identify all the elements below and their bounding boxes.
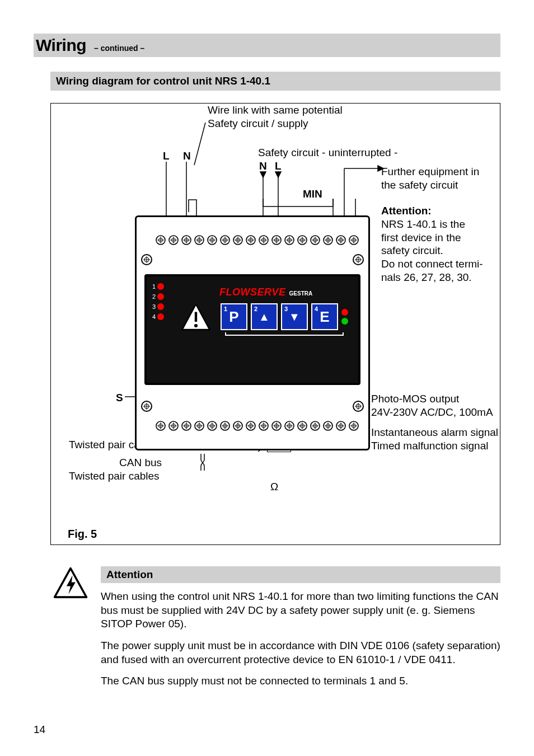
led-4: 4 [152, 313, 164, 320]
led-2: 2 [152, 293, 164, 300]
terminal-screw [259, 235, 269, 245]
screw-icon [141, 401, 152, 412]
continued-label: – continued – [94, 44, 144, 53]
attention-block: Attention When using the control unit NR… [50, 566, 500, 696]
led-1: 1 [152, 283, 164, 290]
terminal-screw [207, 421, 217, 431]
terminal-screw [297, 421, 307, 431]
led-column: 1 2 3 4 [152, 283, 164, 320]
button-E[interactable]: 4E [311, 303, 338, 330]
terminal-screw [271, 421, 282, 431]
screw-icon [353, 401, 364, 412]
terminal-screw [310, 421, 320, 431]
status-leds [341, 309, 348, 325]
terminal-screw [271, 235, 282, 245]
figure-label: Fig. 5 [68, 527, 97, 541]
svg-marker-5 [260, 172, 266, 177]
section-header: Wiring – continued – [34, 34, 500, 57]
svg-marker-6 [275, 172, 281, 177]
button-P[interactable]: 1P [221, 303, 247, 330]
attention-content: Attention When using the control unit NR… [101, 566, 500, 696]
terminal-screw [220, 421, 230, 431]
section-title: Wiring [36, 36, 86, 55]
control-unit-device: 1 2 3 4 FLOWSERVEGESTRA 1P 2▲ 3▼ 4E [135, 215, 370, 450]
terminal-screw [233, 421, 243, 431]
hazard-icon [50, 566, 91, 696]
terminal-screw [297, 235, 307, 245]
attention-heading: Attention [101, 566, 500, 583]
button-row: 1P 2▲ 3▼ 4E [221, 303, 348, 330]
terminal-screw [156, 421, 166, 431]
subheading: Wiring diagram for control unit NRS 1-40… [50, 72, 500, 91]
terminal-screw [233, 235, 243, 245]
attention-p2: The power supply unit must be in accorda… [101, 639, 500, 666]
terminal-screw [246, 421, 256, 431]
terminal-screw [336, 421, 346, 431]
terminal-screw [168, 421, 179, 431]
attention-p1: When using the control unit NRS 1-40.1 f… [101, 590, 500, 631]
terminal-screw [323, 235, 333, 245]
terminal-screw [194, 235, 204, 245]
brand-logo: FLOWSERVEGESTRA [219, 287, 312, 298]
terminal-screw [284, 235, 294, 245]
svg-marker-11 [378, 166, 383, 171]
attention-p3: The CAN bus supply must not be connected… [101, 674, 500, 688]
terminal-screw [168, 235, 179, 245]
terminal-screw [349, 421, 359, 431]
page-number: 14 [34, 724, 45, 736]
terminal-screw [323, 421, 333, 431]
terminal-screw [284, 421, 294, 431]
terminal-screw [207, 235, 217, 245]
button-up[interactable]: 2▲ [251, 303, 278, 330]
screw-icon [141, 254, 152, 265]
terminal-screw [336, 235, 346, 245]
button-down[interactable]: 3▼ [281, 303, 308, 330]
terminal-screw [349, 235, 359, 245]
terminal-screw [194, 421, 204, 431]
screw-icon [353, 254, 364, 265]
twisted-pair-icon [198, 454, 208, 471]
terminal-screw [310, 235, 320, 245]
terminal-row-bottom [156, 421, 359, 431]
terminal-screw [181, 235, 191, 245]
terminal-screw [220, 235, 230, 245]
terminal-screw [259, 421, 269, 431]
terminal-screw [181, 421, 191, 431]
wiring-diagram: Wire link with same potential Safety cir… [50, 103, 500, 545]
device-display: 1 2 3 4 FLOWSERVEGESTRA 1P 2▲ 3▼ 4E [144, 274, 360, 385]
terminal-screw [156, 235, 166, 245]
svg-point-193 [194, 324, 198, 327]
led-3: 3 [152, 303, 164, 310]
terminal-screw [246, 235, 256, 245]
warning-icon [180, 302, 212, 334]
svg-line-0 [194, 123, 205, 165]
terminal-row-top [156, 235, 359, 245]
